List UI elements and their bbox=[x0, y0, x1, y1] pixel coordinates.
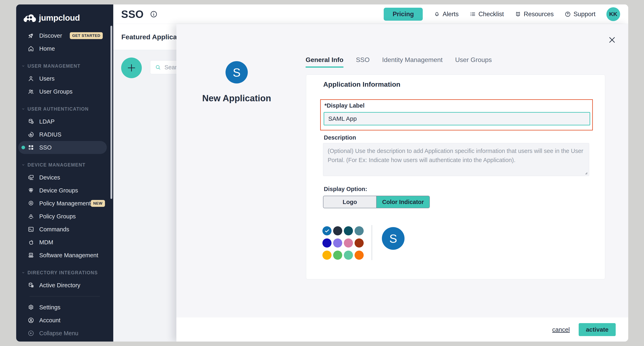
sidebar-section-user-authentication[interactable]: USER AUTHENTICATION bbox=[16, 103, 113, 115]
color-swatch-f97408[interactable] bbox=[354, 251, 364, 260]
header-action-label: Resources bbox=[524, 11, 554, 18]
display-option-toggle: LogoColor Indicator bbox=[323, 196, 430, 208]
search-icon bbox=[155, 64, 161, 71]
color-swatch-fdb304[interactable] bbox=[322, 251, 332, 260]
sidebar-section-device-management[interactable]: DEVICE MANAGEMENT bbox=[16, 159, 113, 171]
pricing-button[interactable]: Pricing bbox=[384, 8, 423, 21]
tab-general-info[interactable]: General Info bbox=[306, 56, 344, 68]
section-title: USER AUTHENTICATION bbox=[28, 106, 89, 112]
display-label-label: *Display Label bbox=[324, 102, 364, 109]
application-avatar: S bbox=[226, 61, 248, 83]
activate-button[interactable]: activate bbox=[579, 323, 616, 336]
header-action-alerts[interactable]: Alerts bbox=[434, 11, 458, 18]
display-option-label: Display Option: bbox=[324, 186, 367, 193]
sidebar-item-discover[interactable]: DiscoverGET STARTED bbox=[18, 29, 107, 42]
card-section-title: Application Information bbox=[323, 80, 400, 88]
section-title: USER MANAGEMENT bbox=[28, 63, 80, 69]
tab-user-groups[interactable]: User Groups bbox=[455, 56, 492, 68]
color-swatch-1172b2[interactable] bbox=[322, 226, 332, 235]
header-action-label: Support bbox=[574, 11, 596, 18]
color-swatch-262f3f[interactable] bbox=[333, 226, 342, 235]
book-icon bbox=[515, 11, 521, 18]
color-swatch-9e3210[interactable] bbox=[354, 238, 364, 248]
sidebar-item-software-management[interactable]: Software Management bbox=[18, 249, 107, 262]
display-label-highlight-box: *Display Label bbox=[320, 99, 593, 130]
jumpcloud-logo[interactable]: jumpcloud bbox=[16, 5, 113, 25]
tab-sso[interactable]: SSO bbox=[356, 56, 370, 68]
sidebar-item-devices[interactable]: Devices bbox=[18, 171, 107, 184]
sidebar-item-account[interactable]: Account bbox=[18, 314, 107, 327]
chevron-down-icon bbox=[21, 64, 26, 68]
terminal-icon bbox=[28, 226, 34, 233]
main-area: SSO Pricing AlertsChecklistResourcesSupp… bbox=[113, 5, 628, 341]
color-swatch-5ec9a0[interactable] bbox=[344, 251, 353, 260]
device-groups-icon bbox=[28, 187, 34, 194]
color-swatch-58c263[interactable] bbox=[333, 251, 342, 260]
sidebar-item-mdm[interactable]: MDM bbox=[18, 236, 107, 249]
sso-grid-icon bbox=[28, 144, 34, 151]
apple-icon bbox=[28, 239, 34, 246]
tab-identity-management[interactable]: Identity Management bbox=[382, 56, 442, 68]
display-label-input[interactable] bbox=[324, 112, 590, 125]
info-icon[interactable] bbox=[150, 10, 158, 18]
sidebar-item-home[interactable]: Home bbox=[18, 42, 107, 55]
user-avatar[interactable]: KK bbox=[606, 7, 620, 21]
user-groups-icon bbox=[28, 88, 34, 95]
sidebar-item-label: Home bbox=[39, 45, 55, 52]
plus-icon bbox=[126, 63, 137, 73]
color-swatch-4e8796[interactable] bbox=[354, 226, 364, 235]
policy-management-icon bbox=[28, 200, 34, 207]
sidebar-item-policy-management[interactable]: Policy ManagementNEW bbox=[18, 197, 107, 210]
ldap-database-icon bbox=[28, 118, 34, 125]
panel-footer: cancel activate bbox=[176, 317, 628, 341]
application-name: New Application bbox=[186, 93, 287, 103]
header-action-label: Alerts bbox=[442, 11, 458, 18]
sidebar-section-user-management[interactable]: USER MANAGEMENT bbox=[16, 60, 113, 72]
sidebar-item-label: RADIUS bbox=[39, 131, 62, 138]
chevron-down-icon bbox=[21, 163, 26, 167]
header-action-support[interactable]: Support bbox=[564, 11, 596, 18]
sidebar-item-radius[interactable]: RADIUS bbox=[18, 128, 107, 141]
display-option-logo[interactable]: Logo bbox=[324, 196, 376, 208]
sidebar-item-label: Policy Groups bbox=[39, 213, 76, 220]
add-application-button[interactable] bbox=[121, 58, 142, 78]
sidebar-item-device-groups[interactable]: Device Groups bbox=[18, 184, 107, 197]
sidebar-item-label: Account bbox=[39, 317, 60, 324]
color-preview-avatar: S bbox=[382, 227, 404, 250]
color-swatch-d97da5[interactable] bbox=[344, 238, 353, 248]
devices-icon bbox=[28, 174, 34, 181]
radius-radar-icon bbox=[28, 131, 34, 138]
sidebar-scrollbar[interactable] bbox=[110, 26, 112, 199]
display-option-color-indicator[interactable]: Color Indicator bbox=[376, 196, 430, 208]
cancel-button[interactable]: cancel bbox=[552, 326, 570, 333]
color-swatch-0b5162[interactable] bbox=[344, 226, 353, 235]
header-action-checklist[interactable]: Checklist bbox=[470, 11, 504, 18]
color-swatch-140cb8[interactable] bbox=[322, 238, 332, 248]
description-textarea[interactable] bbox=[323, 143, 589, 176]
sidebar-item-settings[interactable]: Settings bbox=[18, 301, 107, 314]
sidebar-item-collapse-menu[interactable]: Collapse Menu bbox=[18, 327, 107, 340]
color-swatch-8874e8[interactable] bbox=[333, 238, 342, 248]
sidebar-item-users[interactable]: Users bbox=[18, 72, 107, 85]
sidebar-divider bbox=[30, 296, 100, 296]
sidebar-item-active-directory[interactable]: Active Directory bbox=[18, 279, 107, 292]
sidebar-item-commands[interactable]: Commands bbox=[18, 223, 107, 236]
sidebar-item-sso[interactable]: SSO bbox=[18, 141, 107, 154]
new-application-panel: S New Application General InfoSSOIdentit… bbox=[176, 24, 628, 341]
sidebar-item-label: Software Management bbox=[39, 252, 98, 259]
header-action-resources[interactable]: Resources bbox=[515, 11, 554, 18]
active-indicator-dot bbox=[22, 146, 25, 149]
software-laptop-icon bbox=[28, 252, 34, 259]
textarea-resize-handle-icon[interactable] bbox=[584, 171, 588, 175]
screen: jumpcloud DiscoverGET STARTEDHomeUSER MA… bbox=[0, 0, 644, 346]
sidebar-item-policy-groups[interactable]: Policy Groups bbox=[18, 210, 107, 223]
app-window: jumpcloud DiscoverGET STARTEDHomeUSER MA… bbox=[16, 5, 628, 341]
sidebar-section-directory-integrations[interactable]: DIRECTORY INTEGRATIONS bbox=[16, 267, 113, 279]
sidebar-item-user-groups[interactable]: User Groups bbox=[18, 85, 107, 98]
close-icon[interactable] bbox=[608, 36, 616, 44]
sidebar-item-label: Policy Management bbox=[39, 200, 91, 207]
jumpcloud-cloud-icon bbox=[22, 13, 37, 23]
section-title: DEVICE MANAGEMENT bbox=[28, 162, 86, 168]
sidebar-item-ldap[interactable]: LDAP bbox=[18, 115, 107, 128]
rocket-icon bbox=[28, 32, 34, 39]
